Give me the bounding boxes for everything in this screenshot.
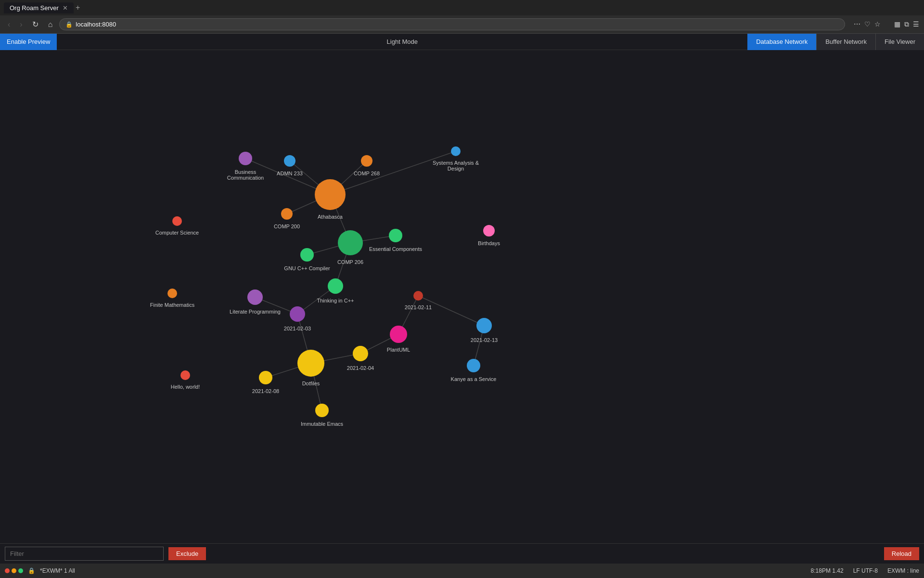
node-label-birthdays: Birthdays [478,240,500,246]
active-tab[interactable]: Org Roam Server ✕ [4,2,74,13]
reload-nav-button[interactable]: ↻ [29,19,41,30]
star-icon[interactable]: ☆ [874,20,881,28]
node-immutable_emacs[interactable] [315,404,329,417]
node-hello_world[interactable] [180,370,190,380]
nav-tabs: Database Network Buffer Network File Vie… [747,34,924,50]
node-label-dotfiles: Dotfiles [302,381,320,386]
node-label-date_20210211: 2021-02-11 [405,304,432,310]
tab-buffer-network[interactable]: Buffer Network [816,34,875,50]
mode-display: EXWM : line [887,567,919,574]
node-label-date_20210204: 2021-02-04 [347,365,374,371]
node-admn233[interactable] [284,155,295,167]
light-mode-label: Light Mode [57,38,747,45]
bookmark-icon[interactable]: ♡ [864,20,871,28]
node-label-comp206: COMP 206 [337,259,363,265]
split-icon[interactable]: ⧉ [904,20,909,28]
sidebar-icon[interactable]: ▦ [894,20,900,28]
workspace-label: *EXWM* 1 All [40,567,75,574]
node-kanye[interactable] [467,359,480,372]
enable-preview-button[interactable]: Enable Preview [0,34,57,50]
node-label-date_20210213: 2021-02-13 [471,337,498,343]
node-label-admn233: ADMN 233 [277,171,303,176]
status-bar: 🔒 *EXWM* 1 All 8:18PM 1.42 LF UTF-8 EXWM… [0,564,924,578]
tab-strip: Org Roam Server ✕ + [0,0,924,15]
menu-icon[interactable]: ☰ [913,20,919,28]
node-label-kanye: Kanye as a Service [451,376,497,382]
node-label-computer_science: Computer Science [155,230,199,236]
tab-close-icon[interactable]: ✕ [63,4,68,12]
node-label-comp200: COMP 200 [274,223,300,229]
node-comp206[interactable] [338,230,363,255]
node-essential_components[interactable] [389,229,402,242]
node-thinking_cpp[interactable] [328,278,343,294]
dot-green [18,568,23,573]
node-date_20210213[interactable] [476,318,492,333]
encoding-display: LF UTF-8 [853,567,878,574]
node-plantuml[interactable] [390,326,407,343]
node-label-essential_components: Essential Components [369,246,422,252]
tab-file-viewer[interactable]: File Viewer [875,34,924,50]
node-label-finite_math: Finite Mathematics [150,302,194,308]
node-label-systems_analysis: Systems Analysis & Design [433,160,479,171]
app-toolbar: Enable Preview Light Mode Database Netwo… [0,34,924,50]
svg-line-16 [418,296,484,326]
node-athabasca[interactable] [315,179,346,210]
filter-input[interactable] [5,547,164,561]
node-birthdays[interactable] [483,225,495,236]
new-tab-button[interactable]: + [76,3,80,12]
exclude-button[interactable]: Exclude [168,547,206,560]
node-label-plantuml: PlantUML [387,347,410,353]
node-label-literate_prog: Literate Programming [230,309,281,315]
graph-area: AthabascaCOMP 206ADMN 233COMP 268Busines… [0,50,924,561]
node-label-gnu_cpp: GNU C++ Compiler [284,265,330,271]
lock-icon: 🔒 [28,567,35,574]
node-computer_science[interactable] [172,216,182,226]
node-dotfiles[interactable] [297,350,324,377]
status-right: 8:18PM 1.42 LF UTF-8 EXWM : line [811,567,919,574]
time-display: 8:18PM 1.42 [811,567,844,574]
node-label-immutable_emacs: Immutable Emacs [301,421,343,427]
url-display: localhost:8080 [76,21,116,28]
extensions-icon[interactable]: ⋯ [854,20,860,28]
node-business_comm[interactable] [239,152,252,165]
node-date_20210203[interactable] [290,306,305,322]
node-label-date_20210208: 2021-02-08 [252,388,279,394]
dot-yellow [12,568,16,573]
back-button[interactable]: ‹ [5,19,13,30]
node-literate_prog[interactable] [247,289,263,305]
dot-red [5,568,10,573]
node-label-comp268: COMP 268 [354,171,380,176]
node-label-date_20210203: 2021-02-03 [284,326,311,331]
reload-button[interactable]: Reload [884,547,919,560]
address-bar[interactable]: 🔒 localhost:8080 [59,18,845,30]
node-finite_math[interactable] [167,289,177,298]
svg-line-18 [330,151,456,195]
node-systems_analysis[interactable] [451,146,461,156]
node-comp200[interactable] [281,208,293,220]
node-label-business_comm: Business Communication [227,169,264,181]
node-label-thinking_cpp: Thinking in C++ [317,298,354,303]
node-gnu_cpp[interactable] [300,248,314,262]
status-dots [5,568,23,573]
nav-bar: ‹ › ↻ ⌂ 🔒 localhost:8080 ⋯ ♡ ☆ ▦ ⧉ ☰ [0,15,924,34]
node-date_20210204[interactable] [353,346,368,361]
node-date_20210211[interactable] [413,291,423,301]
node-comp268[interactable] [361,155,372,167]
home-button[interactable]: ⌂ [45,19,56,30]
node-label-athabasca: Athabasca [318,214,343,220]
shield-icon: 🔒 [65,21,73,28]
node-date_20210208[interactable] [259,371,272,384]
filter-bar: Exclude Reload [0,543,924,564]
forward-button[interactable]: › [17,19,25,30]
node-label-hello_world: Hello, world! [171,384,200,390]
nav-actions: ⋯ ♡ ☆ ▦ ⧉ ☰ [854,20,919,28]
tab-database-network[interactable]: Database Network [747,34,816,50]
tab-title: Org Roam Server [10,4,59,12]
graph-svg [0,50,924,561]
